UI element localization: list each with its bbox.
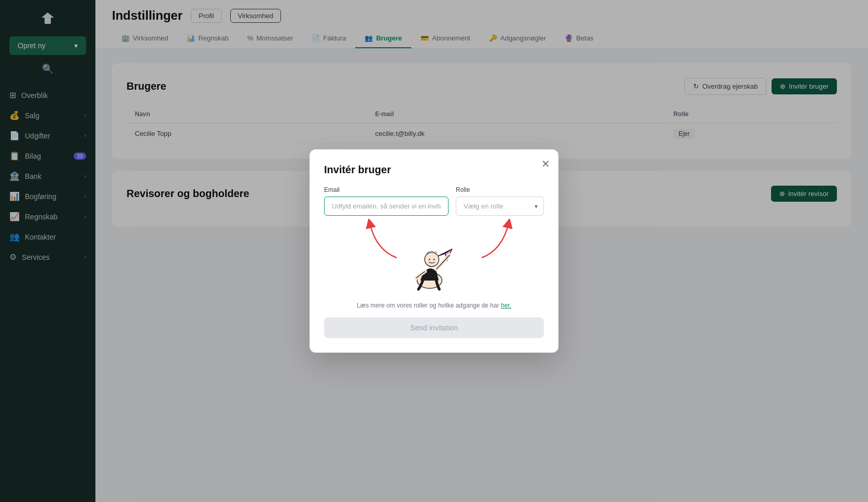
illustration-area — [324, 224, 544, 302]
role-select[interactable]: Vælg en rolle Administrator Bruger Revis… — [456, 197, 544, 216]
svg-point-6 — [433, 259, 435, 260]
email-form-group: Email — [324, 186, 449, 216]
invite-user-modal: ✕ Invitér bruger Email Rolle Vælg en rol… — [310, 149, 558, 353]
info-link[interactable]: her. — [501, 302, 511, 309]
role-form-group: Rolle Vælg en rolle Administrator Bruger… — [456, 186, 544, 216]
arrow-right-icon — [477, 219, 513, 260]
modal-overlay[interactable]: ✕ Invitér bruger Email Rolle Vælg en rol… — [0, 0, 868, 502]
svg-point-5 — [429, 259, 430, 260]
role-select-wrapper: Vælg en rolle Administrator Bruger Revis… — [456, 197, 544, 216]
email-input[interactable] — [324, 197, 449, 216]
modal-close-button[interactable]: ✕ — [541, 158, 550, 170]
info-text: Læs mere om vores roller og hvilke adgan… — [324, 302, 544, 309]
svg-point-4 — [425, 253, 439, 267]
arrow-left-icon — [366, 219, 402, 260]
send-invitation-button[interactable]: Send invitation — [324, 317, 544, 338]
email-label: Email — [324, 186, 449, 193]
form-row: Email Rolle Vælg en rolle Administrator … — [324, 186, 544, 216]
role-label: Rolle — [456, 186, 544, 193]
modal-title: Invitér bruger — [324, 164, 544, 176]
